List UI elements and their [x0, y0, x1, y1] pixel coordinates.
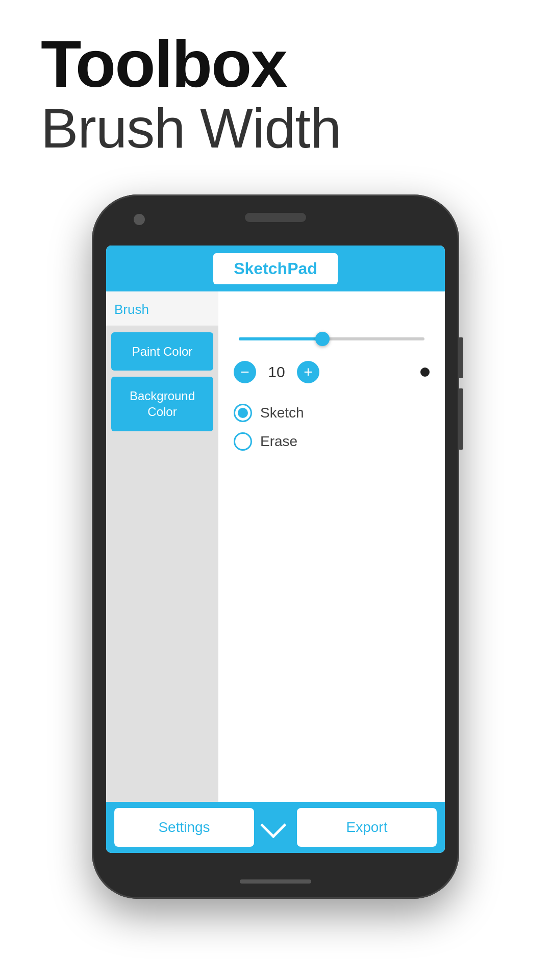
brush-preview-dot: [420, 368, 430, 377]
app-bar-title: SketchPad: [234, 259, 317, 278]
stepper-section: − 10 +: [234, 361, 430, 383]
chevron-down-button[interactable]: [260, 808, 291, 847]
speaker-slot: [245, 213, 306, 222]
stepper-minus-button[interactable]: −: [234, 361, 256, 383]
slider-thumb[interactable]: [315, 332, 330, 346]
chevron-down-icon: [260, 812, 286, 838]
slider-fill: [239, 337, 322, 340]
home-bar: [240, 879, 311, 884]
phone-mockup: SketchPad Brush Paint Color Background C…: [92, 194, 459, 899]
radio-sketch[interactable]: Sketch: [234, 404, 430, 422]
radio-section: Sketch Erase: [234, 404, 430, 451]
settings-button[interactable]: Settings: [114, 808, 254, 847]
radio-sketch-label: Sketch: [260, 405, 304, 421]
radio-erase-label: Erase: [260, 433, 297, 450]
phone-screen: SketchPad Brush Paint Color Background C…: [106, 246, 445, 853]
sidebar: Brush Paint Color Background Color: [106, 291, 218, 802]
page-title-sub: Brush Width: [41, 97, 510, 159]
paint-color-button[interactable]: Paint Color: [111, 332, 213, 371]
main-panel: − 10 + Sketch: [218, 291, 445, 802]
side-button-1: [458, 337, 463, 378]
camera-dot: [134, 214, 145, 225]
app-content: Brush Paint Color Background Color: [106, 291, 445, 802]
background-color-button[interactable]: Background Color: [111, 377, 213, 431]
app-bar-title-box: SketchPad: [213, 253, 338, 284]
radio-sketch-inner: [238, 408, 248, 418]
brush-width-slider[interactable]: [239, 337, 424, 340]
stepper-plus-button[interactable]: +: [297, 361, 319, 383]
phone-shell: SketchPad Brush Paint Color Background C…: [92, 194, 459, 899]
export-button[interactable]: Export: [297, 808, 437, 847]
sidebar-brush-label[interactable]: Brush: [106, 291, 218, 326]
bottom-bar: Settings Export: [106, 802, 445, 853]
radio-erase-outer: [234, 432, 252, 451]
app-bar: SketchPad: [106, 246, 445, 291]
radio-sketch-outer: [234, 404, 252, 422]
page-title-main: Toolbox: [41, 31, 510, 97]
page-header: Toolbox Brush Width: [0, 0, 551, 174]
radio-erase[interactable]: Erase: [234, 432, 430, 451]
stepper-value: 10: [266, 363, 287, 381]
side-button-2: [458, 388, 463, 450]
slider-section: [234, 337, 430, 340]
